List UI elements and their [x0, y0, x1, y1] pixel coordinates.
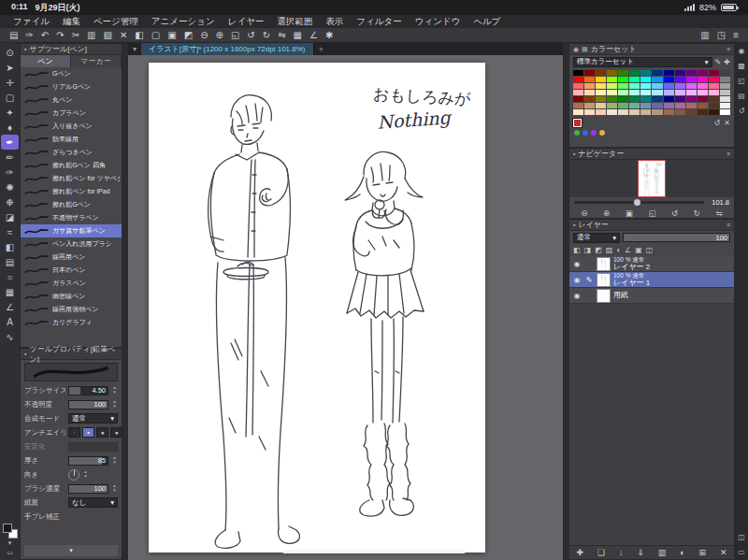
layer-visibility-eye-icon[interactable]: ◉	[572, 276, 582, 284]
color-swatch[interactable]	[584, 70, 595, 76]
color-swatch[interactable]	[629, 96, 640, 102]
panel-toggle-icon[interactable]: ▤	[9, 31, 18, 40]
nav-fit-icon[interactable]: ▣	[626, 208, 633, 218]
stepper-arrows[interactable]: ▲▼	[82, 470, 89, 480]
color-swatch[interactable]	[618, 90, 628, 95]
canvas-tab[interactable]: イラスト[原寸]* (1200 x 1600px 72dpi 101.8%)	[141, 43, 314, 55]
undo-icon[interactable]: ↶	[41, 31, 49, 40]
color-swatch[interactable]	[573, 90, 583, 95]
rotate-left-icon[interactable]: ↺	[247, 31, 254, 40]
menu-item[interactable]: 編集	[63, 16, 80, 28]
direction-dial[interactable]	[68, 469, 79, 481]
layer-visibility-eye-icon[interactable]: ◉	[572, 260, 582, 268]
nav-rotate-right-icon[interactable]: ↻	[694, 208, 700, 218]
nav-flip-icon[interactable]: ⇋	[716, 208, 723, 218]
subtool-pen-item[interactable]: 緻密線ペン	[21, 290, 122, 303]
color-swatch[interactable]	[596, 96, 606, 102]
expand-tool-property-button[interactable]: ▾	[24, 545, 118, 556]
color-swatch[interactable]	[709, 77, 719, 82]
color-swatch[interactable]	[573, 70, 583, 76]
brush-size-slider[interactable]: 4.50	[68, 386, 108, 395]
color-swatch[interactable]	[607, 90, 617, 95]
color-swatch[interactable]	[686, 70, 697, 76]
nav-zoom-out-icon[interactable]: ⊖	[581, 208, 587, 218]
ruler-snap-icon[interactable]: ∠	[309, 31, 318, 40]
subtool-pen-item[interactable]: ペン入れ汎用ブラシ	[21, 237, 122, 251]
selection-tool[interactable]: ▢	[1, 90, 19, 105]
subtool-pen-item[interactable]: ガラスペン	[21, 277, 122, 290]
color-swatch[interactable]	[573, 96, 583, 102]
color-swatch[interactable]	[652, 96, 662, 102]
ruler-layer-icon[interactable]: ∠	[625, 246, 631, 254]
color-swatch[interactable]	[686, 109, 697, 115]
main-color-chip[interactable]	[3, 524, 12, 533]
new-canvas-tab-icon[interactable]: +	[314, 45, 329, 54]
color-history-dot[interactable]	[599, 130, 605, 136]
paste-icon[interactable]: ▧	[103, 31, 111, 40]
home-indicator[interactable]	[282, 550, 466, 553]
color-swatch[interactable]	[686, 77, 697, 82]
color-chips[interactable]	[3, 524, 18, 538]
color-swatch[interactable]	[629, 77, 640, 82]
subtool-pen-item[interactable]: 不透明ザラペン	[21, 211, 122, 224]
subtool-tab[interactable]: ペン	[21, 55, 71, 67]
color-swatch[interactable]	[664, 103, 674, 108]
layer-effect-icon[interactable]: ◨	[584, 246, 592, 254]
color-swatch[interactable]	[607, 77, 617, 82]
special-ruler-icon[interactable]: ✱	[325, 31, 333, 40]
brush-tool[interactable]: ✑	[1, 165, 19, 179]
color-panel-icon[interactable]: ◉	[739, 47, 745, 55]
nav-zoom-in-icon[interactable]: ⊕	[603, 208, 610, 218]
color-swatch[interactable]	[709, 96, 719, 102]
grid-icon[interactable]: ▦	[294, 31, 302, 40]
layer-lock-icon[interactable]: ◩	[595, 246, 602, 254]
opacity-slider[interactable]: 100	[68, 400, 108, 409]
figure-tool[interactable]: ○	[1, 269, 19, 284]
color-swatch[interactable]	[720, 70, 730, 76]
color-swatch[interactable]	[629, 70, 640, 76]
color-swatch[interactable]	[698, 77, 708, 82]
subtool-tab[interactable]: マーカー	[71, 55, 122, 67]
color-swatch[interactable]	[640, 77, 651, 82]
layer-thumbnail[interactable]	[597, 273, 611, 287]
airbrush-tool[interactable]: ✺	[1, 179, 19, 194]
rotate-right-icon[interactable]: ↻	[263, 31, 270, 40]
color-swatch[interactable]	[584, 103, 595, 108]
subtool-pen-item[interactable]: ガサ貫サ鉛筆ペン	[21, 224, 122, 237]
color-swatch[interactable]	[573, 103, 583, 108]
nav-actual-size-icon[interactable]: ◱	[648, 208, 655, 218]
color-swatch[interactable]	[686, 96, 697, 102]
nav-rotate-left-icon[interactable]: ↺	[671, 208, 678, 218]
menu-item[interactable]: アニメーション	[151, 16, 215, 28]
color-swatch[interactable]	[573, 109, 583, 115]
brush-settings-icon[interactable]: ✑	[25, 31, 33, 40]
color-swatch[interactable]	[573, 83, 583, 89]
color-swatch[interactable]	[607, 103, 617, 108]
color-swatch[interactable]	[652, 109, 662, 115]
shortcut-bar-icon[interactable]: ▭	[738, 548, 745, 556]
text-tool[interactable]: A	[1, 314, 19, 329]
new-folder-icon[interactable]: ❏	[597, 548, 605, 557]
fullscreen-icon[interactable]: ◳	[717, 31, 726, 40]
transfer-icon[interactable]: ⇓	[637, 548, 644, 557]
color-swatch[interactable]	[618, 77, 628, 82]
stepper-arrows[interactable]: ▲▼	[111, 484, 118, 494]
thickness-slider[interactable]: 85	[68, 456, 108, 466]
color-swatch[interactable]	[720, 103, 730, 108]
menu-item[interactable]: ファイル	[13, 16, 50, 28]
fill-icon[interactable]: ◧	[135, 31, 143, 40]
fill-tool[interactable]: ◧	[1, 239, 19, 254]
subtool-pen-item[interactable]: 日本のペン	[21, 264, 122, 277]
layer-thumbnail[interactable]	[597, 289, 611, 303]
color-set-dropdown[interactable]: 標準カラーセット▾	[573, 57, 712, 67]
レイヤー 2[interactable]: ◉ ✎ 100 % 通常 レイヤー 2	[569, 256, 734, 272]
subtool-pen-item[interactable]: 擦れ鉛ペン for ツヤベタ	[21, 172, 122, 185]
color-swatch[interactable]	[664, 109, 674, 115]
stepper-arrows[interactable]: ▲▼	[111, 456, 118, 466]
color-swatch[interactable]	[618, 70, 628, 76]
color-swatch[interactable]	[675, 109, 685, 115]
color-swatch[interactable]	[640, 83, 651, 89]
replace-color-icon[interactable]: ↺	[714, 119, 721, 127]
color-swatch[interactable]	[596, 103, 606, 108]
eraser-tool[interactable]: ◪	[1, 209, 19, 224]
